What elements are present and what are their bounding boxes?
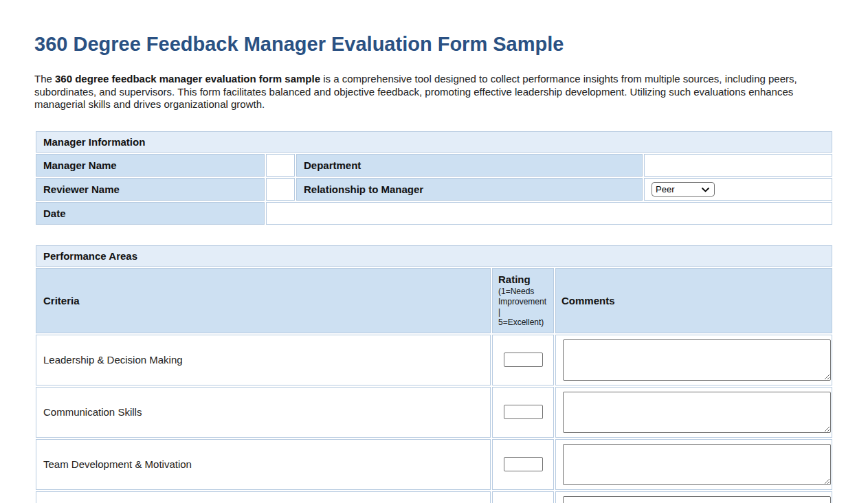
intro-bold-phrase: 360 degree feedback manager evaluation f… bbox=[55, 73, 320, 85]
comments-textarea[interactable] bbox=[563, 496, 831, 503]
department-label: Department bbox=[296, 154, 643, 177]
comments-cell bbox=[555, 335, 832, 385]
table-row: Manager Name Department bbox=[36, 154, 832, 177]
reviewer-name-value-cell[interactable] bbox=[266, 178, 295, 201]
table-row: Communication Skills bbox=[36, 387, 832, 438]
department-value-cell[interactable] bbox=[644, 154, 832, 177]
comments-cell bbox=[555, 387, 832, 438]
comments-cell bbox=[555, 439, 832, 490]
performance-section-title: Performance Areas bbox=[36, 245, 832, 267]
page-container: 360 Degree Feedback Manager Evaluation F… bbox=[0, 33, 868, 503]
relationship-to-manager-select[interactable]: Peer bbox=[652, 182, 715, 197]
relationship-to-manager-label: Relationship to Manager bbox=[296, 178, 643, 201]
comments-column-header: Comments bbox=[555, 268, 832, 333]
rating-cell bbox=[492, 439, 554, 490]
intro-prefix: The bbox=[34, 73, 55, 85]
manager-name-label: Manager Name bbox=[36, 154, 265, 177]
rating-cell bbox=[492, 387, 554, 438]
reviewer-name-label: Reviewer Name bbox=[36, 178, 265, 201]
performance-areas-table: Performance Areas Criteria Rating (1=Nee… bbox=[34, 244, 834, 503]
relationship-value-cell: Peer bbox=[644, 178, 832, 201]
table-row: Leadership & Decision Making bbox=[36, 335, 832, 385]
rating-header-title: Rating bbox=[498, 273, 548, 285]
criteria-communication-skills: Communication Skills bbox=[36, 387, 491, 438]
criteria-partial-row bbox=[36, 491, 491, 503]
comments-textarea[interactable] bbox=[563, 339, 831, 381]
table-row: Date bbox=[36, 202, 832, 225]
comments-textarea[interactable] bbox=[563, 392, 831, 433]
rating-input[interactable] bbox=[504, 353, 543, 367]
date-value-cell[interactable] bbox=[266, 202, 832, 225]
rating-column-header: Rating (1=Needs Improvement | 5=Excellen… bbox=[492, 268, 554, 333]
table-row: Reviewer Name Relationship to Manager Pe… bbox=[36, 178, 832, 201]
comments-cell bbox=[555, 491, 832, 503]
page-title: 360 Degree Feedback Manager Evaluation F… bbox=[34, 33, 834, 56]
rating-header-scale-note: (1=Needs Improvement | 5=Excellent) bbox=[498, 287, 548, 328]
performance-section-row: Performance Areas bbox=[36, 245, 832, 267]
comments-textarea[interactable] bbox=[563, 444, 831, 485]
rating-cell bbox=[492, 335, 554, 385]
manager-name-value-cell[interactable] bbox=[266, 154, 295, 177]
manager-info-section-row: Manager Information bbox=[36, 131, 832, 153]
column-header-row: Criteria Rating (1=Needs Improvement | 5… bbox=[36, 268, 832, 333]
criteria-team-development-motivation: Team Development & Motivation bbox=[36, 439, 491, 490]
rating-input[interactable] bbox=[504, 405, 543, 419]
intro-paragraph: The 360 degree feedback manager evaluati… bbox=[34, 73, 834, 111]
table-row bbox=[36, 491, 832, 503]
criteria-column-header: Criteria bbox=[36, 268, 491, 333]
table-row: Team Development & Motivation bbox=[36, 439, 832, 490]
rating-input[interactable] bbox=[504, 457, 543, 471]
relationship-select-wrap: Peer bbox=[652, 182, 715, 197]
date-label: Date bbox=[36, 202, 265, 225]
manager-information-table: Manager Information Manager Name Departm… bbox=[34, 130, 834, 226]
rating-cell bbox=[492, 491, 554, 503]
manager-info-section-title: Manager Information bbox=[36, 131, 832, 153]
criteria-leadership-decision-making: Leadership & Decision Making bbox=[36, 335, 491, 385]
